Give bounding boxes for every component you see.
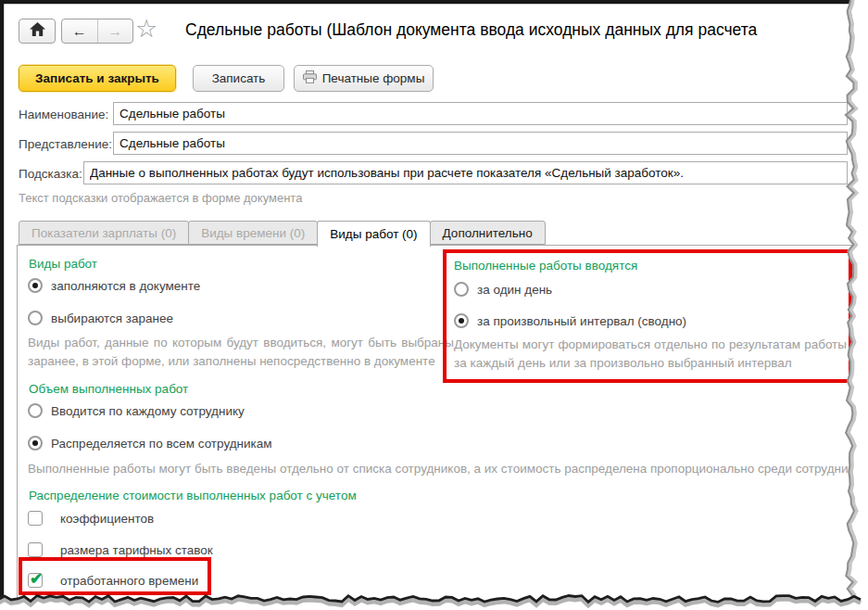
home-icon [30, 22, 45, 40]
radio-entered-per-employee[interactable]: Вводится по каждому сотруднику [28, 402, 245, 419]
checkbox-icon: ✔ [28, 573, 43, 588]
page-title: Сдельные работы (Шаблон документа ввода … [185, 20, 845, 40]
home-button[interactable] [19, 19, 56, 44]
radio-icon [28, 436, 43, 451]
group-header-distribution: Распределение стоимости выполненных рабо… [29, 489, 357, 502]
radio-icon [28, 403, 43, 418]
checkbox-icon: ✔ [28, 542, 43, 557]
save-and-close-button[interactable]: Записать и закрыть [19, 65, 176, 92]
back-icon: ← [72, 23, 87, 40]
radio-icon [28, 278, 43, 293]
presentation-field-input[interactable] [113, 132, 848, 155]
tooltip-field-input[interactable] [83, 161, 848, 184]
group-header-work-types: Виды работ [29, 257, 97, 271]
forward-icon: → [107, 23, 122, 40]
print-forms-label: Печатные формы [322, 71, 425, 85]
checkbox-tariff-rates[interactable]: ✔ размера тарифных ставок [28, 541, 213, 558]
forward-button[interactable]: → [98, 19, 133, 43]
favorite-star-icon[interactable]: ☆ [135, 14, 157, 44]
radio-icon [28, 311, 43, 325]
back-button[interactable]: ← [62, 19, 98, 43]
checkbox-worked-time[interactable]: ✔ отработанного времени [28, 572, 198, 589]
radio-single-day[interactable]: за один день [454, 281, 552, 298]
radio-icon [454, 313, 469, 328]
history-nav: ← → [61, 19, 133, 44]
name-field-label: Наименование: [19, 108, 108, 121]
radio-selected-in-advance[interactable]: выбираются заранее [28, 310, 173, 326]
tab-salary-indicators[interactable]: Показатели зарплаты (0) [19, 221, 189, 245]
checkbox-icon: ✔ [28, 511, 43, 526]
tab-bar: Показатели зарплаты (0) Виды времени (0)… [19, 221, 545, 246]
tab-work-types[interactable]: Виды работ (0) [317, 221, 430, 247]
name-field-input[interactable] [113, 102, 848, 125]
entry-mode-note: Документы могут формироваться отдельно п… [454, 336, 847, 372]
tooltip-hint-note: Текст подсказки отображается в форме док… [19, 191, 302, 205]
radio-icon [454, 282, 469, 297]
work-types-note: Виды работ, данные по которым будут ввод… [28, 334, 454, 370]
printer-icon [303, 70, 317, 86]
radio-filled-in-document[interactable]: заполняются в документе [28, 277, 200, 294]
volume-note: Выполненные работы могут быть введены от… [28, 460, 852, 478]
tab-time-types[interactable]: Виды времени (0) [188, 221, 318, 245]
presentation-field-label: Представление: [19, 137, 112, 151]
window: ← → ☆ Сдельные работы (Шаблон документа … [0, 0, 868, 610]
group-header-volume: Объем выполненных работ [29, 382, 188, 396]
save-button[interactable]: Записать [193, 65, 284, 92]
tab-additional[interactable]: Дополнительно [430, 221, 546, 245]
group-header-entry-mode: Выполненные работы вводятся [454, 259, 637, 273]
print-forms-button[interactable]: Печатные формы [294, 65, 434, 92]
checkbox-coefficients[interactable]: ✔ коэффициентов [28, 510, 154, 527]
tooltip-field-label: Подсказка: [19, 167, 82, 181]
radio-arbitrary-interval[interactable]: за произвольный интервал (сводно) [454, 312, 686, 329]
radio-distributed-all-employees[interactable]: Распределяется по всем сотрудникам [28, 435, 272, 451]
